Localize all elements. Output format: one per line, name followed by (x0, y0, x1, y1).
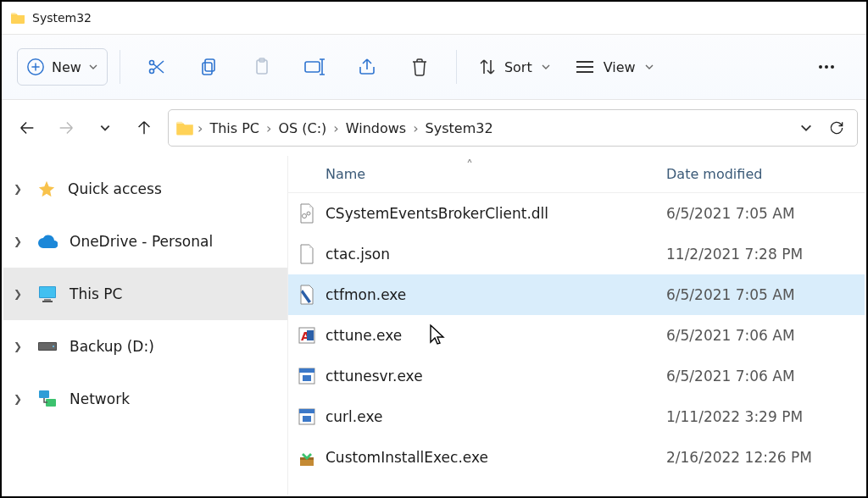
svg-rect-24 (307, 330, 314, 340)
folder-icon (10, 10, 25, 25)
view-button[interactable]: View (565, 47, 665, 86)
expand-icon[interactable]: ❯ (14, 183, 25, 195)
sort-label: Sort (504, 59, 532, 75)
file-row[interactable]: ctac.json11/2/2021 7:28 PM (288, 234, 865, 274)
file-date: 6/5/2021 7:06 AM (659, 327, 795, 344)
svg-point-8 (819, 65, 822, 69)
expand-icon[interactable]: ❯ (14, 340, 25, 352)
file-date: 11/2/2021 7:28 PM (659, 246, 803, 263)
file-row[interactable]: Acttune.exe6/5/2021 7:06 AM (288, 315, 865, 356)
breadcrumb-separator: › (198, 120, 203, 136)
column-headers: Name ˄ Date modified (288, 156, 865, 193)
file-row[interactable]: curl.exe1/11/2022 3:29 PM (288, 396, 865, 437)
up-button[interactable] (129, 113, 159, 143)
svg-rect-7 (305, 62, 320, 72)
file-name: CustomInstallExec.exe (326, 449, 659, 466)
address-bar[interactable]: › This PC › OS (C:) › Windows › System32 (168, 109, 858, 147)
file-row[interactable]: CSystemEventsBrokerClient.dll6/5/2021 7:… (288, 193, 865, 234)
separator (120, 50, 120, 84)
refresh-icon[interactable] (828, 119, 845, 136)
view-label: View (604, 59, 636, 75)
new-label: New (52, 59, 81, 75)
file-icon (288, 244, 326, 264)
chevron-down-icon (88, 62, 98, 72)
chevron-down-icon (99, 122, 111, 134)
svg-rect-29 (299, 409, 314, 413)
nav-label: Network (70, 390, 130, 407)
file-date: 1/11/2022 3:29 PM (659, 408, 803, 425)
drive-icon (37, 340, 58, 353)
svg-rect-4 (203, 63, 212, 75)
arrow-left-icon (18, 119, 36, 137)
rename-button[interactable] (290, 47, 339, 86)
breadcrumb-separator: › (266, 120, 271, 136)
chevron-down-icon (644, 62, 654, 72)
chevron-down-icon (541, 62, 551, 72)
file-row[interactable]: cttunesvr.exe6/5/2021 7:06 AM (288, 356, 865, 396)
trash-icon (410, 57, 429, 77)
folder-icon (175, 119, 194, 137)
svg-rect-14 (42, 301, 53, 302)
svg-rect-26 (299, 368, 314, 373)
svg-point-1 (149, 61, 153, 65)
svg-rect-3 (205, 59, 214, 71)
back-button[interactable] (12, 113, 42, 143)
file-row[interactable]: CustomInstallExec.exe2/16/2022 12:26 PM (288, 437, 865, 478)
file-name: ctfmon.exe (326, 286, 659, 303)
copy-button[interactable] (185, 47, 234, 86)
file-icon (288, 285, 326, 305)
forward-button[interactable] (51, 113, 81, 143)
svg-rect-30 (303, 416, 311, 422)
breadcrumb-system32[interactable]: System32 (422, 120, 497, 136)
breadcrumb-this-pc[interactable]: This PC (206, 120, 263, 136)
chevron-down-icon[interactable] (799, 121, 813, 135)
nav-this-pc[interactable]: ❯ This PC (3, 268, 287, 320)
file-list: Name ˄ Date modified CSystemEventsBroker… (288, 156, 865, 495)
recent-button[interactable] (90, 113, 120, 143)
expand-icon[interactable]: ❯ (14, 393, 25, 405)
svg-point-17 (53, 346, 54, 347)
svg-rect-12 (40, 287, 55, 297)
navigation-pane: ❯ Quick access ❯ OneDrive - Personal ❯ T… (3, 156, 288, 495)
file-date: 2/16/2022 12:26 PM (659, 449, 812, 466)
svg-point-9 (825, 65, 828, 69)
file-date: 6/5/2021 7:06 AM (659, 368, 795, 385)
sort-icon (479, 58, 496, 76)
breadcrumb-os-c[interactable]: OS (C:) (275, 120, 330, 136)
window-title: System32 (32, 11, 92, 25)
file-date: 6/5/2021 7:05 AM (659, 286, 795, 303)
new-button[interactable]: New (17, 48, 108, 86)
breadcrumb-windows[interactable]: Windows (342, 120, 409, 136)
separator (456, 50, 457, 84)
file-icon (288, 203, 326, 224)
file-name: ctac.json (326, 246, 659, 263)
more-button[interactable] (802, 47, 851, 86)
file-row[interactable]: ctfmon.exe6/5/2021 7:05 AM (288, 274, 865, 315)
network-icon (37, 390, 58, 408)
paste-button[interactable] (237, 47, 287, 86)
file-icon (288, 408, 326, 425)
nav-label: Quick access (68, 180, 162, 197)
file-icon (288, 447, 326, 468)
column-date[interactable]: Date modified (659, 166, 762, 182)
monitor-icon (37, 285, 58, 303)
nav-network[interactable]: ❯ Network (3, 373, 287, 425)
sort-button[interactable]: Sort (469, 47, 561, 86)
svg-point-10 (831, 65, 834, 69)
nav-onedrive[interactable]: ❯ OneDrive - Personal (3, 215, 287, 268)
delete-button[interactable] (395, 47, 444, 86)
expand-icon[interactable]: ❯ (14, 235, 25, 247)
command-bar: New Sort View (2, 34, 866, 100)
nav-label: OneDrive - Personal (70, 233, 213, 250)
breadcrumb-separator: › (333, 120, 338, 136)
expand-icon[interactable]: ❯ (14, 288, 25, 300)
nav-backup[interactable]: ❯ Backup (D:) (3, 320, 287, 373)
file-icon (288, 368, 326, 385)
ellipsis-icon (816, 57, 837, 77)
cloud-icon (37, 234, 58, 249)
share-button[interactable] (342, 47, 392, 86)
cut-button[interactable] (132, 47, 181, 86)
nav-quick-access[interactable]: ❯ Quick access (3, 163, 287, 215)
arrow-right-icon (57, 119, 75, 137)
column-name[interactable]: Name ˄ (288, 166, 659, 182)
